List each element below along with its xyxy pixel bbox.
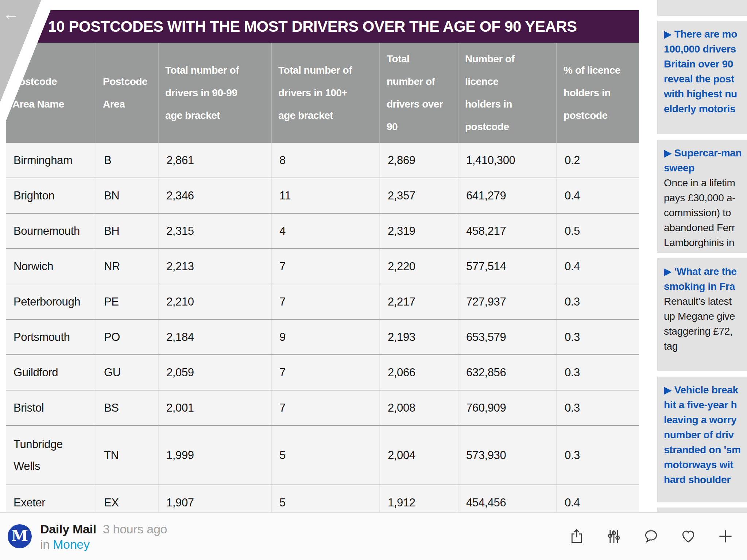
cell-postcode: BH <box>96 214 158 248</box>
cell-pct: 0.3 <box>556 320 639 354</box>
cell-area-name: Tunbridge Wells <box>6 426 96 485</box>
back-button[interactable]: ← <box>2 5 20 23</box>
sliders-icon[interactable] <box>605 528 622 545</box>
table-row: Norwich NR 2,213 7 2,220 577,514 0.4 <box>6 248 639 284</box>
cell-90-99: 2,184 <box>158 320 271 354</box>
cell-90-99: 2,213 <box>158 249 271 284</box>
cell-pct: 0.3 <box>556 390 639 425</box>
table-row: Tunbridge Wells TN 1,999 5 2,004 573,930… <box>6 425 639 485</box>
cell-postcode: BS <box>96 390 158 425</box>
cell-postcode: PO <box>96 320 158 354</box>
cell-holders: 577,514 <box>458 249 556 284</box>
cell-90-99: 2,001 <box>158 390 271 425</box>
back-arrow-icon: ← <box>3 5 19 23</box>
cell-100plus: 7 <box>271 355 379 390</box>
cell-area-name: Birmingham <box>6 143 96 178</box>
cell-area-name: Guildford <box>6 355 96 390</box>
cell-over-90: 2,357 <box>379 178 458 213</box>
cell-90-99: 2,315 <box>158 214 271 248</box>
cell-postcode: NR <box>96 249 158 284</box>
table-row: Brighton BN 2,346 11 2,357 641,279 0.4 <box>6 178 639 213</box>
daily-mail-logo[interactable]: M <box>8 524 32 548</box>
related-link[interactable]: ▶ Vehicle break hit a five-year h leavin… <box>664 382 747 487</box>
cell-pct: 0.4 <box>556 178 639 213</box>
cell-area-name: Brighton <box>6 178 96 213</box>
sidebar-item: ▶ Supercar-man sweep Once in a lifetim p… <box>657 140 747 253</box>
cell-holders: 458,217 <box>458 214 556 248</box>
article-footer-bar: M Daily Mail3 hours ago in Money <box>0 512 747 560</box>
cell-100plus: 7 <box>271 390 379 425</box>
table-row: Bournemouth BH 2,315 4 2,319 458,217 0.5 <box>6 213 639 248</box>
sidebar-item-partial-top <box>657 0 747 16</box>
heart-icon[interactable] <box>680 528 697 545</box>
plus-icon[interactable] <box>717 528 734 545</box>
cell-100plus: 8 <box>271 143 379 178</box>
cell-90-99: 2,861 <box>158 143 271 178</box>
cell-pct: 0.3 <box>556 284 639 319</box>
cell-postcode: TN <box>96 426 158 485</box>
cell-area-name: Bournemouth <box>6 214 96 248</box>
header-postcode-area: Postcode Area <box>96 43 158 143</box>
cell-area-name: Norwich <box>6 249 96 284</box>
header-drivers-90-99: Total number of drivers in 90-99 age bra… <box>158 43 271 143</box>
cell-90-99: 2,210 <box>158 284 271 319</box>
cell-pct: 0.2 <box>556 143 639 178</box>
cell-over-90: 2,066 <box>379 355 458 390</box>
cell-pct: 0.4 <box>556 249 639 284</box>
table-row: Peterborough PE 2,210 7 2,217 727,937 0.… <box>6 284 639 319</box>
cell-pct: 0.3 <box>556 426 639 485</box>
table-row: Birmingham B 2,861 8 2,869 1,410,300 0.2 <box>6 143 639 178</box>
cell-holders: 760,909 <box>458 390 556 425</box>
related-link[interactable]: ▶ 'What are the smoking in Fra <box>664 264 747 294</box>
cell-postcode: BN <box>96 178 158 213</box>
footer-action-icons <box>568 528 734 545</box>
cell-100plus: 7 <box>271 284 379 319</box>
cell-postcode: GU <box>96 355 158 390</box>
related-link[interactable]: ▶ Supercar-man sweep <box>664 145 747 175</box>
cell-holders: 573,930 <box>458 426 556 485</box>
table-row: Guildford GU 2,059 7 2,066 632,856 0.3 <box>6 354 639 390</box>
related-link[interactable]: ▶ There are mo 100,000 drivers Britain o… <box>664 27 747 116</box>
cell-90-99: 2,346 <box>158 178 271 213</box>
header-drivers-over-90: Total number of drivers over 90 <box>379 43 458 143</box>
table-header-row: Postcode Area Name Postcode Area Total n… <box>6 43 639 143</box>
category-link-money[interactable]: Money <box>53 537 90 551</box>
table-title-bar: TOP 10 POSTCODES WITH THE MOST DRIVERS O… <box>6 10 639 43</box>
cell-holders: 727,937 <box>458 284 556 319</box>
sidebar-item: ▶ Vehicle break hit a five-year h leavin… <box>657 377 747 502</box>
table-row: Bristol BS 2,001 7 2,008 760,909 0.3 <box>6 390 639 425</box>
sidebar-item: ▶ There are mo 100,000 drivers Britain o… <box>657 21 747 134</box>
cell-over-90: 2,004 <box>379 426 458 485</box>
cell-100plus: 9 <box>271 320 379 354</box>
daily-mail-monogram-icon: M <box>11 528 28 544</box>
postcodes-table: Postcode Area Name Postcode Area Total n… <box>6 43 639 520</box>
cell-postcode: PE <box>96 284 158 319</box>
source-info: Daily Mail3 hours ago in Money <box>40 521 568 552</box>
cell-area-name: Bristol <box>6 390 96 425</box>
cell-100plus: 11 <box>271 178 379 213</box>
in-label: in <box>40 537 50 551</box>
timestamp: 3 hours ago <box>103 522 167 536</box>
related-link-summary: Renault's latest up Megane give staggeri… <box>664 294 747 354</box>
table-body: Birmingham B 2,861 8 2,869 1,410,300 0.2… <box>6 143 639 520</box>
cell-90-99: 1,999 <box>158 426 271 485</box>
cell-100plus: 7 <box>271 249 379 284</box>
cell-100plus: 4 <box>271 214 379 248</box>
cell-over-90: 2,193 <box>379 320 458 354</box>
table-title: TOP 10 POSTCODES WITH THE MOST DRIVERS O… <box>13 18 577 35</box>
cell-holders: 653,579 <box>458 320 556 354</box>
table-row: Portsmouth PO 2,184 9 2,193 653,579 0.3 <box>6 319 639 354</box>
cell-over-90: 2,319 <box>379 214 458 248</box>
related-links-sidebar: ▶ There are mo 100,000 drivers Britain o… <box>657 0 747 560</box>
cell-holders: 641,279 <box>458 178 556 213</box>
header-drivers-100plus: Total number of drivers in 100+ age brac… <box>271 43 379 143</box>
source-name: Daily Mail <box>40 522 96 536</box>
cell-pct: 0.3 <box>556 355 639 390</box>
cell-postcode: B <box>96 143 158 178</box>
share-icon[interactable] <box>568 528 585 545</box>
comment-icon[interactable] <box>643 528 659 545</box>
header-pct-licence-holders: % of licence holders in postcode <box>556 43 639 143</box>
related-link-summary: Once in a lifetim pays £30,000 a- commis… <box>664 175 747 250</box>
cell-pct: 0.5 <box>556 214 639 248</box>
cell-holders: 1,410,300 <box>458 143 556 178</box>
